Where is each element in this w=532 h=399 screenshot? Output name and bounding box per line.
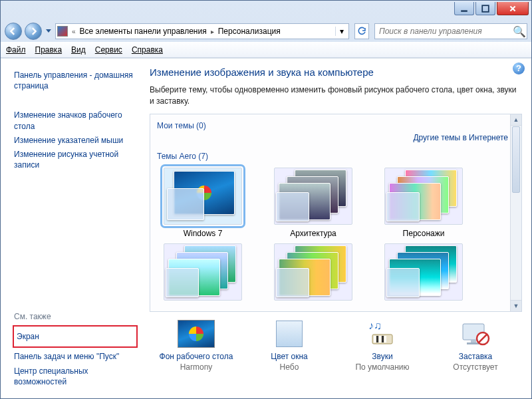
forward-button[interactable] — [25, 23, 42, 40]
themes-pane: ▲ ▼ Мои темы (0) Другие темы в Интернете… — [150, 114, 522, 312]
sidebar-link-ease-of-access[interactable]: Центр специальных возможностей — [14, 366, 136, 387]
svg-rect-8 — [384, 336, 386, 342]
scroll-down-button[interactable]: ▼ — [511, 300, 521, 311]
page-subtitle: Выберите тему, чтобы одновременно измени… — [150, 84, 522, 107]
setting-label: Звуки — [336, 352, 429, 361]
scrollbar[interactable]: ▲ ▼ — [510, 114, 521, 311]
svg-rect-5 — [376, 336, 378, 342]
theme-item[interactable] — [270, 243, 356, 305]
setting-label: Цвет окна — [243, 352, 336, 361]
help-icon[interactable]: ? — [513, 63, 525, 74]
theme-item[interactable] — [380, 243, 467, 305]
svg-rect-7 — [382, 336, 384, 342]
menu-edit[interactable]: Правка — [35, 45, 63, 55]
sidebar-link-account-picture[interactable]: Изменение рисунка учетной записи — [14, 149, 136, 170]
window-frame: « Все элементы панели управления ▸ Персо… — [0, 0, 532, 399]
theme-item[interactable] — [160, 243, 246, 305]
see-also-section: См. также Экран Панель задач и меню "Пус… — [14, 312, 136, 390]
setting-value: По умолчанию — [336, 362, 429, 372]
svg-rect-6 — [379, 336, 381, 342]
menu-help[interactable]: Справка — [132, 45, 163, 55]
nav-row: « Все элементы панели управления ▸ Персо… — [1, 21, 531, 42]
setting-sounds[interactable]: ♪♫ Звуки По умолчанию — [336, 320, 429, 372]
svg-text:♪♫: ♪♫ — [368, 320, 382, 331]
nav-history-dropdown[interactable] — [45, 24, 53, 39]
titlebar — [1, 1, 531, 21]
theme-architecture[interactable]: Архитектура — [270, 168, 356, 238]
chevron-right-icon: ▸ — [209, 28, 215, 35]
theme-label: Архитектура — [270, 229, 356, 238]
setting-value: Harmony — [150, 362, 243, 372]
menu-tools[interactable]: Сервис — [95, 45, 122, 55]
theme-label: Windows 7 — [160, 229, 246, 238]
setting-label: Заставка — [429, 352, 522, 361]
theme-windows7[interactable]: Windows 7 — [160, 168, 246, 238]
breadcrumb-item[interactable]: Все элементы панели управления — [77, 27, 209, 36]
address-bar[interactable]: « Все элементы панели управления ▸ Персо… — [55, 23, 349, 39]
menu-bar: Файл Правка Вид Сервис Справка — [1, 42, 531, 58]
setting-value: Отсутствует — [429, 362, 522, 372]
svg-rect-1 — [482, 5, 489, 12]
close-button[interactable] — [497, 2, 529, 15]
theme-row — [157, 241, 515, 307]
sidebar-link-display[interactable]: Экран — [17, 331, 134, 342]
setting-window-color[interactable]: Цвет окна Небо — [243, 320, 336, 372]
setting-screensaver[interactable]: Заставка Отсутствует — [429, 320, 522, 372]
svg-rect-4 — [374, 336, 376, 342]
breadcrumb-root: « — [70, 28, 77, 35]
sidebar-link-mouse-pointers[interactable]: Изменение указателей мыши — [14, 135, 136, 146]
scroll-up-button[interactable]: ▲ — [511, 114, 521, 126]
control-panel-icon — [57, 26, 68, 37]
aero-themes-label: Темы Aero (7) — [157, 152, 515, 161]
sidebar-link-desktop-icons[interactable]: Изменение значков рабочего стола — [14, 110, 136, 131]
setting-desktop-background[interactable]: Фон рабочего стола Harmony — [150, 320, 243, 372]
see-also-heading: См. также — [14, 312, 136, 321]
setting-label: Фон рабочего стола — [150, 352, 243, 361]
setting-value: Небо — [243, 362, 336, 372]
my-themes-label: Мои темы (0) — [157, 121, 515, 130]
bottom-settings-row: Фон рабочего стола Harmony Цвет окна Неб… — [150, 312, 522, 372]
highlight-annotation: Экран — [13, 325, 138, 348]
search-input[interactable] — [375, 27, 512, 36]
menu-view[interactable]: Вид — [71, 45, 86, 55]
sidebar-link-taskbar[interactable]: Панель задач и меню "Пуск" — [14, 351, 136, 362]
theme-row: Windows 7 Архитектура — [157, 162, 515, 241]
main-area: Панель управления - домашняя страница Из… — [1, 58, 531, 398]
search-box[interactable]: 🔍 — [374, 23, 527, 39]
sidebar: Панель управления - домашняя страница Из… — [1, 59, 140, 398]
theme-characters[interactable]: Персонажи — [380, 168, 467, 238]
menu-file[interactable]: Файл — [6, 45, 26, 55]
back-button[interactable] — [5, 23, 22, 40]
minimize-button[interactable] — [454, 2, 474, 15]
address-dropdown[interactable]: ▾ — [335, 27, 347, 36]
svg-rect-10 — [471, 340, 476, 342]
maximize-button[interactable] — [475, 2, 495, 15]
content-pane: ? Изменение изображения и звука на компь… — [140, 59, 531, 398]
online-themes-link[interactable]: Другие темы в Интернете — [413, 133, 508, 142]
refresh-button[interactable] — [354, 23, 369, 39]
svg-rect-0 — [461, 10, 467, 11]
theme-label: Персонажи — [380, 229, 467, 238]
search-icon[interactable]: 🔍 — [512, 25, 527, 38]
sidebar-home[interactable]: Панель управления - домашняя страница — [14, 70, 136, 91]
page-title: Изменение изображения и звука на компьют… — [150, 66, 522, 78]
breadcrumb-item[interactable]: Персонализация — [215, 27, 283, 36]
scroll-thumb[interactable] — [512, 126, 520, 193]
